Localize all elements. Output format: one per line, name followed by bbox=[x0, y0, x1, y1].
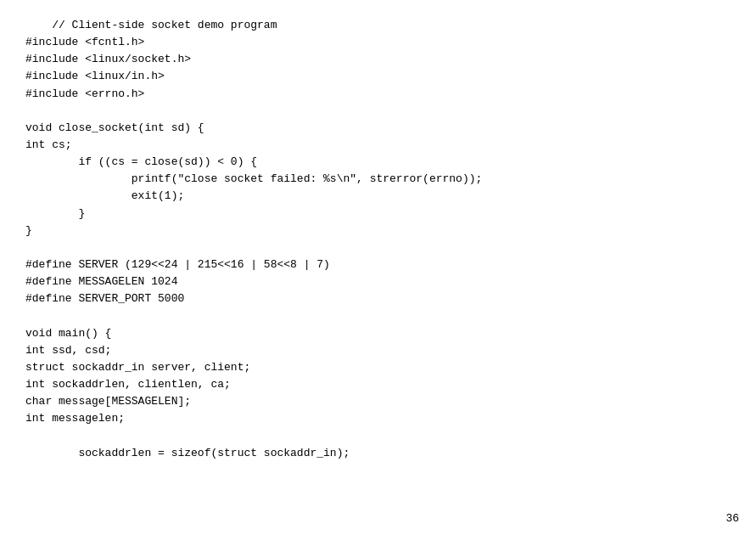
code-block: // Client-side socket demo program #incl… bbox=[0, 0, 756, 479]
page-number: 36 bbox=[725, 512, 739, 525]
